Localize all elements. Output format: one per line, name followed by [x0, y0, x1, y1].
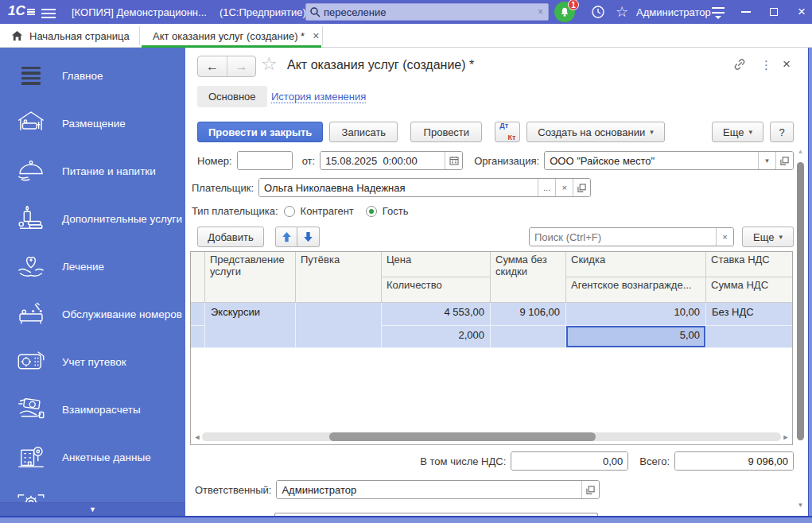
sidebar-item-profile-data[interactable]: Анкетные данные [0, 433, 185, 481]
tab-active-document[interactable]: Акт оказания услуг (создание) * × [153, 24, 319, 48]
vertical-scrollbar[interactable]: ▲ ▼ [795, 148, 806, 509]
choose-payer-icon[interactable]: ... [538, 179, 555, 196]
grid-search-input[interactable] [530, 228, 716, 246]
favorites-star-icon[interactable]: ☆ [611, 0, 633, 24]
arrow-down-icon [303, 231, 313, 242]
grand-total-input[interactable] [675, 452, 793, 470]
sidebar-item-vouchers[interactable]: Учет путевок [0, 338, 185, 385]
row-selector-cell[interactable] [191, 303, 205, 326]
tab-separator [322, 26, 323, 45]
col-discount-header[interactable]: Скидка [566, 252, 706, 277]
tab-home[interactable]: Начальная страница [11, 24, 130, 48]
scroll-right-icon[interactable]: ► [781, 433, 791, 441]
cell-qty[interactable]: 2,000 [382, 326, 491, 348]
open-item-icon[interactable] [573, 179, 590, 196]
col-vat-rate-header[interactable]: Ставка НДС [706, 252, 792, 277]
sidebar-item-additional-services[interactable]: Дополнительные услуги [0, 195, 185, 242]
h-scroll-track[interactable] [202, 432, 781, 441]
horizontal-scrollbar[interactable]: ◄ ► [192, 431, 791, 443]
sidebar-item-settlements[interactable]: Взаиморасчеты [0, 385, 185, 433]
move-down-button[interactable] [297, 227, 320, 247]
row-selector-cell[interactable] [191, 326, 205, 348]
cell-discount[interactable]: 10,00 [566, 303, 706, 326]
main-menu-icon[interactable] [41, 6, 56, 21]
tab-close-icon[interactable]: × [313, 29, 319, 42]
get-link-icon[interactable] [732, 57, 747, 74]
radio-guest[interactable] [366, 206, 377, 217]
date-label: от: [302, 155, 316, 167]
forward-button[interactable]: → [227, 56, 255, 76]
clear-search-icon[interactable]: × [716, 228, 733, 246]
calendar-icon[interactable] [445, 152, 462, 169]
vat-total-field [511, 451, 628, 471]
history-icon[interactable] [587, 0, 609, 24]
col-price-header[interactable]: Цена [382, 252, 491, 277]
open-item-icon[interactable] [581, 481, 599, 498]
more-button[interactable]: Еще▾ [712, 122, 763, 142]
window-border-bottom[interactable] [0, 516, 812, 523]
sidebar-item-food[interactable]: Питание и напитки [0, 147, 185, 195]
col-voucher-header[interactable]: Путёвка [296, 252, 382, 303]
date-input[interactable] [321, 152, 445, 169]
dr-cr-register-button[interactable]: Дт Кт [495, 122, 520, 142]
search-icon [309, 6, 321, 17]
sidebar-expander[interactable]: ▼ [0, 502, 185, 516]
close-window-icon[interactable]: × [791, 0, 812, 24]
tab-main-section[interactable]: Основное [197, 86, 267, 107]
col-sum-header[interactable]: Сумма без скидки [491, 252, 566, 303]
col-service-header[interactable]: Представление услуги [205, 252, 296, 303]
cell-vat-sum[interactable] [706, 326, 792, 348]
favorite-star-icon[interactable]: ☆ [261, 55, 278, 73]
close-form-icon[interactable]: × [783, 56, 791, 72]
change-history-link[interactable]: История изменения [271, 91, 366, 103]
clear-payer-icon[interactable]: × [555, 179, 573, 196]
create-based-on-button[interactable]: Создать на основании▾ [526, 122, 664, 142]
scroll-left-icon[interactable]: ◄ [192, 433, 202, 441]
col-agent-fee-header[interactable]: Агентское вознагражде... [566, 277, 706, 303]
chevron-down-icon[interactable]: ▾ [758, 152, 775, 169]
responsible-input[interactable] [277, 481, 581, 498]
radio-counterparty[interactable] [284, 206, 295, 217]
cell-price[interactable]: 4 553,00 [382, 303, 491, 326]
scroll-up-icon[interactable]: ▲ [795, 148, 806, 155]
add-row-button[interactable]: Добавить [197, 227, 264, 247]
cell-sum-no-discount[interactable]: 9 106,00 [491, 303, 566, 326]
maximize-window-icon[interactable] [763, 0, 784, 24]
vat-total-input[interactable] [511, 452, 627, 470]
radio-counterparty-label[interactable]: Контрагент [301, 205, 354, 217]
radio-guest-label[interactable]: Гость [383, 205, 409, 217]
post-button[interactable]: Провести [410, 122, 482, 142]
cell-service[interactable]: Экскурсии [205, 303, 296, 348]
v-scroll-thumb[interactable] [797, 162, 804, 440]
sidebar-item-room-service[interactable]: Обслуживание номеров [0, 290, 185, 338]
notifications-bell-icon[interactable]: 1 [554, 2, 575, 22]
current-user[interactable]: Администратор [636, 0, 711, 24]
scroll-down-icon[interactable]: ▼ [795, 502, 806, 509]
move-up-button[interactable] [275, 227, 297, 247]
sidebar-item-treatment[interactable]: Лечение [0, 242, 185, 290]
global-search-box[interactable]: × [305, 3, 549, 21]
payer-input[interactable] [259, 179, 538, 196]
grid-more-button[interactable]: Еще▾ [742, 227, 794, 247]
search-clear-icon[interactable]: × [536, 6, 545, 17]
more-menu-icon[interactable]: ⋮ [760, 58, 772, 72]
open-item-icon[interactable] [775, 152, 793, 169]
cell-empty[interactable] [491, 326, 566, 348]
organization-input[interactable] [545, 152, 758, 169]
help-button[interactable]: ? [770, 122, 794, 142]
cell-agent-fee-selected[interactable]: 5,00 [566, 326, 706, 348]
back-button[interactable]: ← [198, 56, 227, 76]
col-qty-header[interactable]: Количество [382, 277, 491, 303]
h-scroll-thumb[interactable] [329, 432, 596, 441]
cell-vat-rate[interactable]: Без НДС [706, 303, 792, 326]
sidebar-item-main[interactable]: Главное [0, 52, 185, 99]
sidebar-item-accommodation[interactable]: Размещение [0, 99, 185, 147]
write-button[interactable]: Записать [329, 122, 398, 142]
functions-menu-icon[interactable] [708, 0, 728, 24]
global-search-input[interactable] [321, 6, 536, 18]
post-and-close-button[interactable]: Провести и закрыть [197, 122, 323, 142]
minimize-window-icon[interactable] [736, 0, 756, 24]
col-vat-sum-header[interactable]: Сумма НДС [706, 277, 792, 303]
number-input[interactable] [238, 152, 292, 169]
cell-voucher[interactable] [296, 303, 382, 348]
